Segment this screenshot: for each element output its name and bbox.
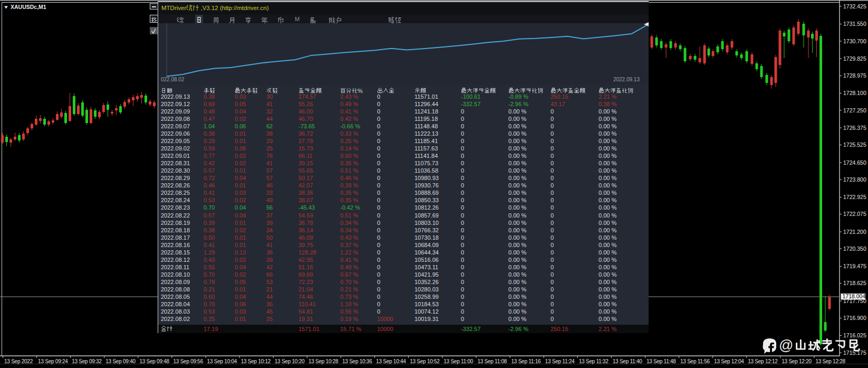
svg-text:13 Sep 11:08: 13 Sep 11:08 (477, 358, 507, 364)
svg-text:13 Sep 09:32: 13 Sep 09:32 (72, 358, 102, 364)
svg-text:@: @ (779, 337, 793, 353)
svg-text:13 Sep 11:48: 13 Sep 11:48 (647, 358, 676, 364)
svg-text:13 Sep 10:20: 13 Sep 10:20 (275, 358, 305, 364)
svg-text:13 Sep 11:16: 13 Sep 11:16 (512, 358, 541, 364)
svg-text:13 Sep 11:00: 13 Sep 11:00 (443, 358, 473, 364)
svg-text:1716.900: 1716.900 (843, 315, 866, 321)
svg-text:13 Sep 10:36: 13 Sep 10:36 (342, 358, 372, 364)
svg-text:1723.800: 1723.800 (843, 176, 866, 183)
svg-text:13 Sep 2022: 13 Sep 2022 (4, 358, 33, 364)
svg-text:13 Sep 09:56: 13 Sep 09:56 (173, 358, 204, 364)
svg-text:1721.200: 1721.200 (843, 229, 866, 235)
svg-text:1732.425: 1732.425 (843, 3, 866, 10)
svg-text:13 Sep 12:20: 13 Sep 12:20 (782, 358, 812, 364)
svg-text:2022.09.13: 2022.09.13 (613, 77, 640, 82)
svg-text:13 Sep 12:28: 13 Sep 12:28 (815, 358, 845, 364)
svg-text:1726.375: 1726.375 (843, 125, 866, 131)
svg-text:1719.475: 1719.475 (843, 263, 866, 269)
svg-text:13 Sep 09:48: 13 Sep 09:48 (139, 358, 169, 364)
svg-text:13 Sep 11:40: 13 Sep 11:40 (613, 358, 642, 364)
svg-text:1725.525: 1725.525 (843, 141, 866, 148)
svg-text:13 Sep 10:12: 13 Sep 10:12 (241, 358, 271, 364)
svg-text:1729.825: 1729.825 (843, 55, 866, 62)
svg-text:13 Sep 09:24: 13 Sep 09:24 (38, 358, 68, 364)
svg-text:13 Sep 12:04: 13 Sep 12:04 (714, 358, 744, 364)
svg-text:022.08.02: 022.08.02 (161, 77, 185, 82)
svg-text:13 Sep 10:04: 13 Sep 10:04 (207, 358, 237, 364)
svg-text:13 Sep 10:28: 13 Sep 10:28 (308, 358, 339, 364)
svg-text:1722.075: 1722.075 (843, 211, 866, 217)
svg-text:1718.004: 1718.004 (843, 293, 866, 299)
svg-text:1716.025: 1716.025 (843, 332, 866, 338)
svg-text:13 Sep 09:40: 13 Sep 09:40 (105, 358, 136, 364)
svg-text:1727.250: 1727.250 (843, 107, 866, 114)
svg-text:13 Sep 10:44: 13 Sep 10:44 (376, 358, 406, 364)
svg-text:1718.625: 1718.625 (843, 280, 866, 286)
svg-text:1720.350: 1720.350 (843, 246, 866, 252)
svg-text:1724.650: 1724.650 (843, 159, 866, 166)
svg-text:1728.975: 1728.975 (843, 72, 866, 79)
svg-text:13 Sep 12:12: 13 Sep 12:12 (748, 358, 778, 364)
svg-text:13 Sep 11:56: 13 Sep 11:56 (680, 358, 710, 364)
svg-text:13 Sep 11:32: 13 Sep 11:32 (579, 358, 609, 364)
svg-text:13 Sep 10:52: 13 Sep 10:52 (410, 358, 440, 364)
svg-text:1728.100: 1728.100 (843, 90, 866, 96)
svg-text:1730.700: 1730.700 (843, 38, 866, 44)
svg-text:1722.925: 1722.925 (843, 194, 866, 200)
svg-text:1731.550: 1731.550 (843, 21, 866, 27)
svg-text:13 Sep 11:24: 13 Sep 11:24 (545, 358, 575, 364)
